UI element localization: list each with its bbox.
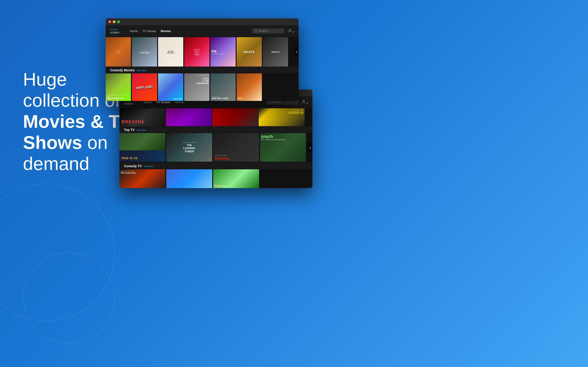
grandtour-title: The Grand Tour — [121, 172, 164, 174]
search-text-1: Search — [259, 29, 267, 33]
tv-thumb-parks[interactable]: Parks andRecreation — [213, 169, 259, 188]
svg-point-2 — [269, 101, 271, 103]
tv-thumb-thisis[interactable]: THIS IS US — [120, 133, 165, 162]
breathe-title: BREATHE — [122, 119, 145, 124]
svg-point-3 — [303, 100, 304, 102]
search-icon-2 — [268, 101, 271, 103]
hero-line1: Huge — [23, 69, 67, 90]
movie-thumb-6[interactable]: WANTE — [237, 37, 262, 67]
maximize-button[interactable] — [117, 20, 120, 23]
search-text-2: Search — [272, 100, 281, 104]
tv-thumb-looming[interactable]: PRIME EXCLUSIVE THELOOMINGTOWER — [166, 133, 212, 162]
top-tv-row: THIS IS US PRIME EXCLUSIVE THELOOMINGTOW… — [120, 133, 312, 162]
inside-title: INSIDE≡D — [288, 111, 303, 115]
comedy-tv-row: AMAZON ORIGINAL The Grand Tour Parks and… — [120, 169, 312, 188]
movie-thumb-3[interactable]: the girlnext door — [158, 37, 183, 67]
nav-tvshows-1[interactable]: TV Shows — [142, 29, 156, 33]
tv-thumb-car[interactable] — [212, 108, 258, 126]
hero-line4-normal: on — [82, 132, 108, 153]
comedy-movies-see-more[interactable]: See More — [137, 69, 147, 72]
parks-title: Parks andRecreation — [214, 184, 258, 188]
svg-point-1 — [289, 29, 291, 31]
search-icon-1 — [254, 30, 257, 32]
video-text-2: video ⌄ — [124, 102, 137, 105]
comedy-tv-see-more[interactable]: See More — [144, 165, 153, 168]
tv-thumb-mcmafia[interactable]: PRIME ORIGINAL McMafia. — [213, 133, 259, 162]
nav-home-1[interactable]: Home — [130, 29, 138, 33]
minimize-button[interactable] — [113, 20, 115, 23]
movie-thumb-4[interactable]: love &otherdrugs — [184, 37, 209, 67]
window-movies: prime video ⌄ Home TV Shows Movies Searc… — [106, 18, 299, 101]
top-tv-see-more[interactable]: See More — [137, 129, 146, 131]
comedy-thumb-3[interactable]: ROAD TRIP — [158, 73, 183, 101]
movie-thumb-5[interactable]: PIE THE NAKED MILE — [210, 37, 236, 67]
top-tv-header: Top TV See More — [120, 126, 312, 133]
window-tvshows: prime video ⌄ Home TV Shows Movies Searc… — [120, 90, 312, 188]
psych-title: psych — [261, 134, 305, 139]
thisis-title: THIS IS US — [121, 157, 138, 160]
tv-thumb-psych[interactable]: psych THE COMPLETE FIRST SEASON — [260, 133, 306, 162]
comedy-tv-title: Comedy TV — [124, 164, 142, 168]
prime-logo-1: prime video ⌄ — [110, 28, 123, 34]
video-text-1: video ⌄ — [110, 31, 123, 34]
hero-line5: demand — [23, 153, 89, 174]
hero-line3: Movies & TV — [23, 111, 132, 132]
movies-hero-row: TamilFilm NO STRINGS ATTACHED the girlne… — [106, 37, 299, 67]
mcmafia-title: McMafia. — [215, 156, 257, 161]
tv-thumb-dj[interactable] — [166, 108, 212, 126]
svg-point-0 — [255, 30, 257, 32]
tv-hero-row: BREATHE AMAZON ORIGINAL INSIDE≡D — [120, 108, 312, 126]
comedy-movies-header: Comedy Movies See More — [106, 67, 299, 73]
movie-thumb-1[interactable]: TamilFilm — [106, 37, 131, 67]
comedy-movies-row: From the director of THE 40-YEAR-OLD VIR… — [106, 73, 299, 101]
tv-thumb-breathe[interactable]: BREATHE — [120, 108, 165, 126]
nav-movies-1[interactable]: Movies — [161, 29, 171, 33]
comedy-thumb-2[interactable]: AIRPLANE! — [132, 73, 157, 101]
user-icon-2[interactable]: ▾ — [302, 100, 308, 105]
tv-thumb-inside[interactable]: AMAZON ORIGINAL INSIDE≡D — [259, 108, 304, 126]
scroll-right-movies[interactable]: › — [294, 47, 299, 57]
looming-title: THELOOMINGTOWER — [183, 144, 195, 153]
scroll-right-toptv[interactable]: › — [308, 143, 312, 152]
movie-thumb-2[interactable]: NO STRINGS ATTACHED — [132, 37, 157, 67]
top-tv-title: Top TV — [124, 128, 135, 132]
close-button[interactable] — [108, 20, 111, 23]
movie-thumb-7[interactable]: JHCK KI — [263, 37, 288, 67]
comedy-thumb-1[interactable]: From the director of THE 40-YEAR-OLD VIR… — [106, 73, 131, 101]
title-bar-1 — [106, 18, 299, 25]
nav-bar-1: prime video ⌄ Home TV Shows Movies Searc… — [106, 25, 299, 37]
comedy-tv-header: Comedy TV See More — [120, 162, 312, 169]
search-bar-1[interactable]: Search — [252, 28, 284, 33]
mcmafia-badge: PRIME ORIGINAL — [215, 155, 257, 156]
tv-thumb-grandtour[interactable]: AMAZON ORIGINAL The Grand Tour — [120, 169, 165, 188]
looming-badge: PRIME EXCLUSIVE — [182, 142, 196, 143]
nav-links-1: Home TV Shows Movies — [130, 29, 252, 33]
comedy-thumb-4[interactable]: Get Your Squeak On. FROM THE PRODUCERS O… — [184, 73, 209, 101]
comedy-thumb-5[interactable]: LINDSAY LOHAN JUST MY LUCK — [210, 73, 236, 101]
user-icon-1[interactable]: ▾ — [288, 29, 294, 33]
tv-thumb-comedy2[interactable] — [166, 169, 212, 188]
prime-text-1: prime — [110, 28, 118, 31]
comedy-movies-title: Comedy Movies — [110, 68, 135, 72]
psych-subtitle: THE COMPLETE FIRST SEASON — [261, 139, 305, 140]
hero-line4-bold: Shows — [23, 132, 82, 153]
comedy-thumb-6[interactable]: AMERICAN PIE 2 — [237, 73, 262, 101]
